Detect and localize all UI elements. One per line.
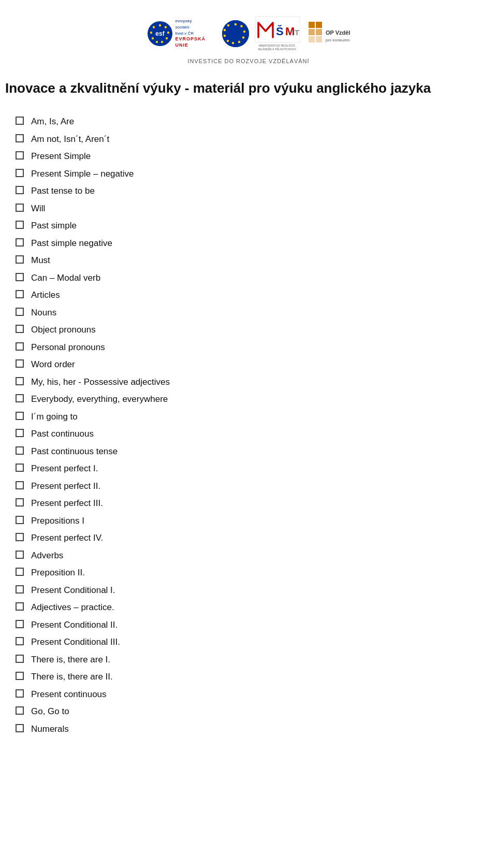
list-item-text: Present perfect I. — [31, 462, 98, 475]
svg-text:OP Vzdělávání: OP Vzdělávání — [326, 30, 350, 36]
svg-text:esf: esf — [155, 30, 165, 37]
bullet-icon — [16, 481, 24, 489]
bullet-icon — [16, 637, 24, 645]
svg-rect-29 — [309, 36, 315, 42]
list-item: My, his, her - Possessive adjectives — [16, 373, 487, 391]
bullet-icon — [16, 706, 24, 715]
bullet-icon — [16, 689, 24, 698]
list-item-text: Present Conditional I. — [31, 584, 115, 597]
list-item-text: Go, Go to — [31, 705, 69, 718]
svg-text:pro konkurenceschopnost: pro konkurenceschopnost — [326, 38, 350, 42]
list-item: Am, Is, Are — [16, 113, 487, 131]
svg-point-16 — [231, 41, 234, 44]
list-item-text: Present Simple – negative — [31, 167, 134, 181]
list-item-text: Nouns — [31, 306, 56, 320]
msmt-logo: Š M T MINISTERSTVO ŠKOLSTVÍ,MLÁDEŽE A TĚ… — [254, 16, 301, 51]
bullet-icon — [16, 602, 24, 611]
esf-logo: esf evropský sociální fond v ČR EVROPSKÁ… — [148, 18, 217, 48]
list-item: Present perfect IV. — [16, 529, 487, 547]
list-item-text: Am not, Isn´t, Aren´t — [31, 133, 109, 146]
list-item-text: Articles — [31, 288, 60, 302]
list-item: Articles — [16, 286, 487, 304]
page-title: Inovace a zkvalitnění výuky - materiál p… — [0, 80, 497, 97]
svg-point-5 — [155, 40, 157, 42]
svg-point-7 — [150, 31, 152, 33]
bullet-icon — [16, 551, 24, 559]
list-item-text: Present Conditional III. — [31, 635, 120, 649]
bullet-icon — [16, 290, 24, 298]
bullet-icon — [16, 464, 24, 472]
list-item: Adjectives – practice. — [16, 599, 487, 616]
list-item: Everybody, everything, everywhere — [16, 390, 487, 408]
header-tagline: INVESTICE DO ROZVOJE VZDĚLÁVÁNÍ — [0, 58, 497, 64]
svg-point-13 — [243, 30, 245, 33]
bullet-icon — [16, 377, 24, 385]
svg-rect-28 — [316, 29, 322, 35]
op-icon: OP Vzdělávání pro konkurenceschopnost — [306, 19, 350, 48]
list-item-text: Past continuous — [31, 427, 94, 441]
list-item: Present Simple — [16, 148, 487, 165]
bullet-icon — [16, 325, 24, 333]
list-item-text: Present continuous — [31, 688, 107, 701]
list-item-text: Can – Modal verb — [31, 271, 100, 285]
bullet-icon — [16, 151, 24, 160]
bullet-icon — [16, 585, 24, 594]
list-item: Present perfect II. — [16, 478, 487, 495]
list-item: There is, there are I. — [16, 651, 487, 669]
list-item: There is, there are II. — [16, 668, 487, 686]
list-item: Past simple negative — [16, 235, 487, 252]
msmt-icon: Š M T — [254, 16, 301, 44]
op-logo: OP Vzdělávání pro konkurenceschopnost — [306, 19, 350, 48]
bullet-icon — [16, 533, 24, 541]
bullet-icon — [16, 620, 24, 628]
bullet-icon — [16, 255, 24, 264]
svg-point-11 — [234, 23, 237, 25]
svg-point-0 — [158, 24, 160, 26]
svg-text:Š: Š — [276, 25, 284, 38]
list-item: Present continuous — [16, 686, 487, 703]
list-item: Present Simple – negative — [16, 165, 487, 183]
list-item: Preposition II. — [16, 564, 487, 582]
svg-text:T: T — [295, 28, 299, 37]
svg-point-18 — [223, 34, 226, 37]
list-item-text: Am, Is, Are — [31, 115, 74, 128]
list-item-text: Adjectives – practice. — [31, 601, 114, 614]
svg-point-20 — [227, 24, 229, 26]
svg-rect-26 — [316, 22, 322, 28]
bullet-icon — [16, 359, 24, 368]
list-item-text: Numerals — [31, 722, 69, 736]
list-item-text: Word order — [31, 358, 75, 371]
bullet-icon — [16, 117, 24, 125]
svg-rect-30 — [316, 36, 322, 42]
list-item-text: Past simple negative — [31, 237, 112, 250]
list-item: Nouns — [16, 304, 487, 322]
list-item-text: There is, there are II. — [31, 670, 113, 684]
bullet-icon — [16, 238, 24, 247]
list-item-text: Object pronouns — [31, 323, 96, 337]
list-item: I´m going to — [16, 408, 487, 426]
svg-point-6 — [151, 37, 153, 39]
page: esf evropský sociální fond v ČR EVROPSKÁ… — [0, 0, 497, 868]
list-item-text: Present perfect III. — [31, 497, 103, 510]
list-item: Present perfect I. — [16, 460, 487, 478]
content-list: Am, Is, AreAm not, Isn´t, Aren´tPresent … — [0, 113, 497, 737]
list-item-text: Present perfect II. — [31, 480, 100, 493]
svg-point-17 — [226, 39, 229, 42]
esf-text: evropský sociální fond v ČR EVROPSKÁ UNI… — [176, 18, 217, 48]
svg-point-15 — [238, 40, 240, 43]
bullet-icon — [16, 204, 24, 212]
list-item-text: Present Simple — [31, 150, 91, 163]
list-item-text: Everybody, everything, everywhere — [31, 393, 168, 406]
list-item-text: I´m going to — [31, 410, 78, 424]
list-item: Can – Modal verb — [16, 269, 487, 287]
bullet-icon — [16, 186, 24, 194]
list-item: Prepositions I — [16, 512, 487, 530]
svg-point-12 — [240, 25, 243, 27]
svg-point-8 — [152, 26, 154, 28]
svg-point-19 — [223, 28, 226, 31]
list-item: Past tense to be — [16, 182, 487, 200]
list-item-text: Past tense to be — [31, 184, 95, 198]
list-item-text: Present perfect IV. — [31, 531, 103, 545]
list-item: Personal pronouns — [16, 339, 487, 356]
list-item: Past continuous tense — [16, 443, 487, 460]
